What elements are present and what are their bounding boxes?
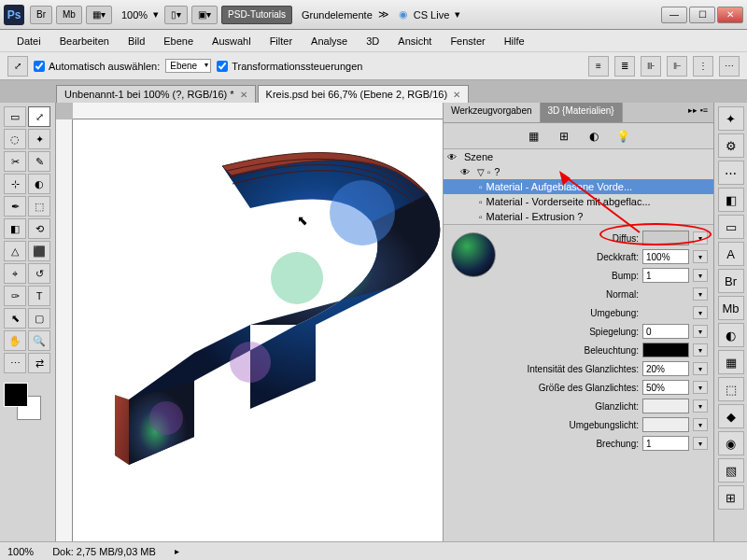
status-zoom[interactable]: 100% — [7, 546, 34, 557]
align-btn[interactable]: ⋯ — [719, 56, 740, 77]
doc-tab-2[interactable]: Kreis.psd bei 66,7% (Ebene 2, RGB/16)✕ — [258, 85, 469, 103]
prop-field[interactable] — [642, 249, 689, 264]
tool[interactable]: ⬚ — [28, 196, 50, 217]
prop-field[interactable] — [642, 436, 689, 451]
align-btn[interactable]: ≡ — [588, 56, 609, 77]
tab-3d-materialien[interactable]: 3D {Materialien} — [541, 103, 623, 122]
ruler-horizontal[interactable] — [73, 103, 443, 119]
menu-3d[interactable]: 3D — [357, 33, 388, 49]
chevron-right-icon[interactable]: ≫ — [378, 8, 389, 21]
prop-menu-icon[interactable]: ▾ — [693, 287, 708, 301]
transform-controls-check[interactable]: Transformationssteuerungen — [217, 61, 362, 72]
tool-hand[interactable]: ✋ — [4, 330, 26, 351]
dock-icon[interactable]: ▭ — [718, 215, 744, 239]
tool[interactable]: ▭ — [4, 106, 26, 127]
prop-menu-icon[interactable]: ▾ — [693, 269, 708, 282]
viewmode-button[interactable]: ▦▾ — [86, 6, 112, 24]
tool[interactable]: ⌖ — [4, 263, 26, 284]
prop-field[interactable] — [642, 380, 689, 395]
canvas[interactable]: ⬉ — [73, 119, 443, 541]
menu-datei[interactable]: Datei — [7, 33, 50, 49]
prop-field[interactable] — [642, 417, 689, 432]
color-swatches[interactable] — [4, 383, 41, 420]
dock-icon[interactable]: ⋯ — [718, 161, 744, 185]
dock-icon[interactable]: ⚙ — [718, 133, 744, 158]
menu-filter[interactable]: Filter — [261, 33, 302, 49]
prop-field[interactable] — [642, 343, 689, 357]
align-btn[interactable]: ⋮ — [693, 56, 713, 77]
tool[interactable]: ⟲ — [28, 218, 50, 239]
dock-icon[interactable]: ◐ — [718, 323, 744, 347]
menu-ansicht[interactable]: Ansicht — [388, 33, 441, 49]
tool[interactable]: △ — [4, 241, 26, 261]
screen-mode-button[interactable]: ▣▾ — [191, 6, 218, 24]
prop-field[interactable] — [642, 361, 689, 376]
material-preview[interactable] — [451, 232, 496, 277]
close-icon[interactable]: ✕ — [240, 90, 247, 100]
status-docsize[interactable]: Dok: 2,75 MB/9,03 MB — [52, 546, 156, 557]
prop-menu-icon[interactable]: ▾ — [693, 381, 708, 394]
tool-move[interactable]: ⤢ — [28, 106, 50, 127]
tool-zoom[interactable]: 🔍 — [28, 330, 50, 351]
close-icon[interactable]: ✕ — [453, 90, 460, 100]
tool-path[interactable]: ⬉ — [4, 308, 26, 329]
align-btn[interactable]: ⊪ — [641, 56, 661, 77]
prop-field[interactable] — [642, 231, 689, 245]
fg-color[interactable] — [4, 383, 28, 407]
dock-icon[interactable]: ▧ — [718, 458, 744, 483]
dock-icon[interactable]: ◉ — [718, 431, 744, 455]
view-extras-button[interactable]: ▯▾ — [164, 6, 188, 24]
prop-field[interactable] — [642, 268, 689, 283]
dock-icon[interactable]: ◆ — [718, 404, 744, 428]
maximize-button[interactable]: ☐ — [689, 7, 715, 23]
tab-werkzeugvorgaben[interactable]: Werkzeugvorgaben — [444, 103, 541, 122]
tool[interactable]: ✦ — [28, 129, 50, 149]
tool-type[interactable]: T — [28, 286, 50, 306]
dock-icon[interactable]: ▦ — [718, 350, 744, 374]
menu-analyse[interactable]: Analyse — [302, 33, 357, 49]
auto-select-check[interactable]: Automatisch auswählen: — [34, 61, 160, 72]
prop-menu-icon[interactable]: ▾ — [693, 250, 708, 263]
align-btn[interactable]: ⊩ — [667, 56, 687, 77]
tool-pen[interactable]: ✑ — [4, 286, 26, 306]
tool[interactable]: ◌ — [4, 129, 26, 149]
eye-icon[interactable]: 👁 — [447, 152, 460, 162]
filter-scene-icon[interactable]: ▦ — [525, 128, 543, 145]
tool[interactable]: ✎ — [28, 151, 50, 172]
prop-menu-icon[interactable]: ▾ — [693, 343, 708, 357]
menu-hilfe[interactable]: Hilfe — [495, 33, 534, 49]
tool[interactable]: ⊹ — [4, 174, 26, 194]
material-item[interactable]: ▫ Material - Vorderseite mit abgeflac... — [444, 194, 713, 209]
dock-icon[interactable]: ⬚ — [718, 377, 744, 401]
eye-icon[interactable]: 👁 — [460, 167, 473, 177]
menu-ebene[interactable]: Ebene — [154, 33, 203, 49]
prop-field[interactable] — [642, 324, 689, 339]
bridge-button[interactable]: Br — [30, 6, 52, 24]
tool[interactable]: ◧ — [4, 218, 26, 239]
tool[interactable]: ◐ — [28, 174, 50, 194]
minimize-button[interactable]: — — [661, 7, 687, 23]
cslive-button[interactable]: CS Live — [414, 9, 450, 21]
menu-bearbeiten[interactable]: Bearbeiten — [50, 33, 119, 49]
tool[interactable]: ⋯ — [4, 353, 26, 373]
dock-icon[interactable]: A — [718, 242, 744, 266]
auto-select-target[interactable]: Ebene — [165, 59, 211, 73]
dock-icon[interactable]: ✦ — [718, 106, 744, 131]
prop-menu-icon[interactable]: ▾ — [693, 325, 708, 338]
material-item[interactable]: ▫ Material - Aufgeblasene Vorde... — [444, 179, 713, 194]
close-button[interactable]: ✕ — [717, 7, 743, 23]
prop-menu-icon[interactable]: ▾ — [693, 362, 708, 375]
tool[interactable]: ↺ — [28, 263, 50, 284]
prop-field[interactable] — [642, 399, 689, 413]
3d-object[interactable] — [110, 138, 443, 483]
dock-icon[interactable]: ⊞ — [718, 485, 744, 510]
prop-field[interactable] — [642, 287, 689, 301]
material-item[interactable]: ▫ Material - Extrusion ? — [444, 209, 713, 224]
prop-menu-icon[interactable]: ▾ — [693, 231, 708, 245]
align-btn[interactable]: ≣ — [614, 56, 635, 77]
menu-bild[interactable]: Bild — [119, 33, 154, 49]
filter-light-icon[interactable]: 💡 — [614, 128, 633, 145]
prop-menu-icon[interactable]: ▾ — [693, 399, 708, 413]
dock-icon[interactable]: ◧ — [718, 188, 744, 212]
scene-root[interactable]: 👁Szene — [444, 149, 713, 164]
